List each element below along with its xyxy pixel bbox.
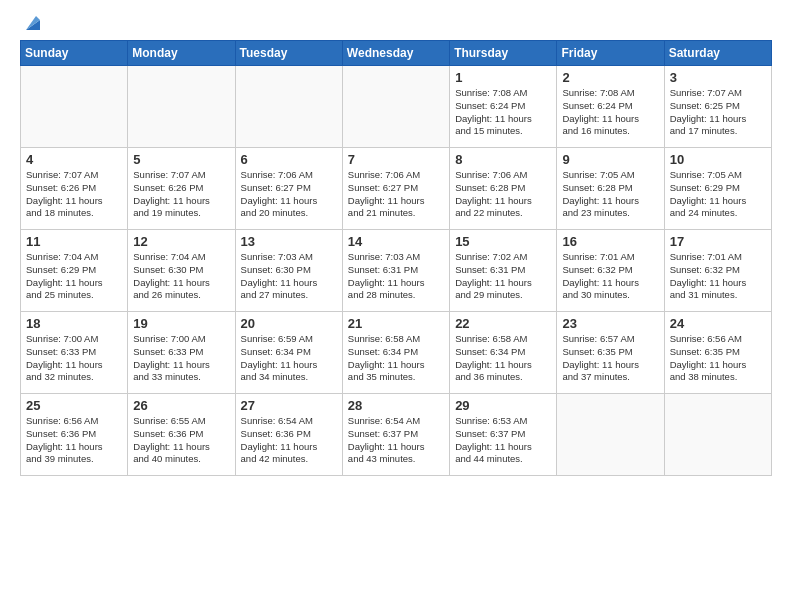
day-number: 11 [26, 234, 122, 249]
day-info: Sunrise: 7:02 AM Sunset: 6:31 PM Dayligh… [455, 251, 551, 302]
calendar-cell: 11Sunrise: 7:04 AM Sunset: 6:29 PM Dayli… [21, 230, 128, 312]
day-info: Sunrise: 7:07 AM Sunset: 6:25 PM Dayligh… [670, 87, 766, 138]
header [20, 16, 772, 30]
day-info: Sunrise: 6:55 AM Sunset: 6:36 PM Dayligh… [133, 415, 229, 466]
day-number: 13 [241, 234, 337, 249]
day-info: Sunrise: 7:03 AM Sunset: 6:30 PM Dayligh… [241, 251, 337, 302]
day-number: 6 [241, 152, 337, 167]
day-info: Sunrise: 7:00 AM Sunset: 6:33 PM Dayligh… [133, 333, 229, 384]
weekday-header-row: SundayMondayTuesdayWednesdayThursdayFrid… [21, 41, 772, 66]
calendar-cell [128, 66, 235, 148]
week-row-5: 25Sunrise: 6:56 AM Sunset: 6:36 PM Dayli… [21, 394, 772, 476]
day-number: 1 [455, 70, 551, 85]
day-number: 10 [670, 152, 766, 167]
calendar-cell: 10Sunrise: 7:05 AM Sunset: 6:29 PM Dayli… [664, 148, 771, 230]
day-info: Sunrise: 6:53 AM Sunset: 6:37 PM Dayligh… [455, 415, 551, 466]
calendar-cell: 15Sunrise: 7:02 AM Sunset: 6:31 PM Dayli… [450, 230, 557, 312]
calendar-cell: 6Sunrise: 7:06 AM Sunset: 6:27 PM Daylig… [235, 148, 342, 230]
day-number: 23 [562, 316, 658, 331]
calendar-cell: 22Sunrise: 6:58 AM Sunset: 6:34 PM Dayli… [450, 312, 557, 394]
calendar-cell: 18Sunrise: 7:00 AM Sunset: 6:33 PM Dayli… [21, 312, 128, 394]
calendar-cell [342, 66, 449, 148]
day-info: Sunrise: 7:07 AM Sunset: 6:26 PM Dayligh… [26, 169, 122, 220]
day-number: 22 [455, 316, 551, 331]
day-number: 20 [241, 316, 337, 331]
day-number: 3 [670, 70, 766, 85]
calendar-cell: 20Sunrise: 6:59 AM Sunset: 6:34 PM Dayli… [235, 312, 342, 394]
day-info: Sunrise: 7:04 AM Sunset: 6:30 PM Dayligh… [133, 251, 229, 302]
day-number: 26 [133, 398, 229, 413]
day-info: Sunrise: 7:06 AM Sunset: 6:27 PM Dayligh… [348, 169, 444, 220]
day-info: Sunrise: 6:54 AM Sunset: 6:37 PM Dayligh… [348, 415, 444, 466]
day-number: 15 [455, 234, 551, 249]
day-number: 2 [562, 70, 658, 85]
weekday-header-saturday: Saturday [664, 41, 771, 66]
day-number: 29 [455, 398, 551, 413]
calendar-cell: 24Sunrise: 6:56 AM Sunset: 6:35 PM Dayli… [664, 312, 771, 394]
day-number: 25 [26, 398, 122, 413]
calendar-cell: 9Sunrise: 7:05 AM Sunset: 6:28 PM Daylig… [557, 148, 664, 230]
day-info: Sunrise: 7:01 AM Sunset: 6:32 PM Dayligh… [562, 251, 658, 302]
day-number: 8 [455, 152, 551, 167]
calendar-cell: 7Sunrise: 7:06 AM Sunset: 6:27 PM Daylig… [342, 148, 449, 230]
calendar-cell [664, 394, 771, 476]
day-number: 4 [26, 152, 122, 167]
day-info: Sunrise: 7:07 AM Sunset: 6:26 PM Dayligh… [133, 169, 229, 220]
day-info: Sunrise: 6:54 AM Sunset: 6:36 PM Dayligh… [241, 415, 337, 466]
calendar-cell: 16Sunrise: 7:01 AM Sunset: 6:32 PM Dayli… [557, 230, 664, 312]
day-number: 9 [562, 152, 658, 167]
weekday-header-tuesday: Tuesday [235, 41, 342, 66]
day-info: Sunrise: 6:59 AM Sunset: 6:34 PM Dayligh… [241, 333, 337, 384]
calendar-cell: 1Sunrise: 7:08 AM Sunset: 6:24 PM Daylig… [450, 66, 557, 148]
calendar-cell: 25Sunrise: 6:56 AM Sunset: 6:36 PM Dayli… [21, 394, 128, 476]
day-info: Sunrise: 7:03 AM Sunset: 6:31 PM Dayligh… [348, 251, 444, 302]
day-number: 21 [348, 316, 444, 331]
calendar-cell: 5Sunrise: 7:07 AM Sunset: 6:26 PM Daylig… [128, 148, 235, 230]
calendar-cell: 26Sunrise: 6:55 AM Sunset: 6:36 PM Dayli… [128, 394, 235, 476]
day-info: Sunrise: 6:58 AM Sunset: 6:34 PM Dayligh… [348, 333, 444, 384]
week-row-1: 1Sunrise: 7:08 AM Sunset: 6:24 PM Daylig… [21, 66, 772, 148]
calendar-cell [235, 66, 342, 148]
day-number: 14 [348, 234, 444, 249]
logo [20, 16, 44, 30]
day-number: 27 [241, 398, 337, 413]
day-number: 5 [133, 152, 229, 167]
weekday-header-friday: Friday [557, 41, 664, 66]
day-number: 7 [348, 152, 444, 167]
logo-icon [22, 12, 44, 34]
day-info: Sunrise: 6:58 AM Sunset: 6:34 PM Dayligh… [455, 333, 551, 384]
day-number: 16 [562, 234, 658, 249]
day-info: Sunrise: 7:05 AM Sunset: 6:29 PM Dayligh… [670, 169, 766, 220]
day-number: 12 [133, 234, 229, 249]
calendar-cell [21, 66, 128, 148]
calendar-cell: 21Sunrise: 6:58 AM Sunset: 6:34 PM Dayli… [342, 312, 449, 394]
calendar-cell: 4Sunrise: 7:07 AM Sunset: 6:26 PM Daylig… [21, 148, 128, 230]
calendar-cell: 13Sunrise: 7:03 AM Sunset: 6:30 PM Dayli… [235, 230, 342, 312]
weekday-header-monday: Monday [128, 41, 235, 66]
day-number: 24 [670, 316, 766, 331]
calendar-cell: 23Sunrise: 6:57 AM Sunset: 6:35 PM Dayli… [557, 312, 664, 394]
page: SundayMondayTuesdayWednesdayThursdayFrid… [0, 0, 792, 612]
calendar-table: SundayMondayTuesdayWednesdayThursdayFrid… [20, 40, 772, 476]
calendar-cell [557, 394, 664, 476]
day-number: 19 [133, 316, 229, 331]
day-info: Sunrise: 6:57 AM Sunset: 6:35 PM Dayligh… [562, 333, 658, 384]
day-info: Sunrise: 7:04 AM Sunset: 6:29 PM Dayligh… [26, 251, 122, 302]
day-info: Sunrise: 6:56 AM Sunset: 6:35 PM Dayligh… [670, 333, 766, 384]
day-info: Sunrise: 6:56 AM Sunset: 6:36 PM Dayligh… [26, 415, 122, 466]
calendar-cell: 3Sunrise: 7:07 AM Sunset: 6:25 PM Daylig… [664, 66, 771, 148]
calendar-cell: 27Sunrise: 6:54 AM Sunset: 6:36 PM Dayli… [235, 394, 342, 476]
day-number: 17 [670, 234, 766, 249]
week-row-3: 11Sunrise: 7:04 AM Sunset: 6:29 PM Dayli… [21, 230, 772, 312]
calendar-cell: 14Sunrise: 7:03 AM Sunset: 6:31 PM Dayli… [342, 230, 449, 312]
calendar-cell: 2Sunrise: 7:08 AM Sunset: 6:24 PM Daylig… [557, 66, 664, 148]
calendar-cell: 17Sunrise: 7:01 AM Sunset: 6:32 PM Dayli… [664, 230, 771, 312]
day-info: Sunrise: 7:01 AM Sunset: 6:32 PM Dayligh… [670, 251, 766, 302]
day-info: Sunrise: 7:08 AM Sunset: 6:24 PM Dayligh… [455, 87, 551, 138]
day-info: Sunrise: 7:08 AM Sunset: 6:24 PM Dayligh… [562, 87, 658, 138]
day-number: 28 [348, 398, 444, 413]
day-info: Sunrise: 7:06 AM Sunset: 6:27 PM Dayligh… [241, 169, 337, 220]
calendar-cell: 28Sunrise: 6:54 AM Sunset: 6:37 PM Dayli… [342, 394, 449, 476]
calendar-cell: 8Sunrise: 7:06 AM Sunset: 6:28 PM Daylig… [450, 148, 557, 230]
week-row-4: 18Sunrise: 7:00 AM Sunset: 6:33 PM Dayli… [21, 312, 772, 394]
